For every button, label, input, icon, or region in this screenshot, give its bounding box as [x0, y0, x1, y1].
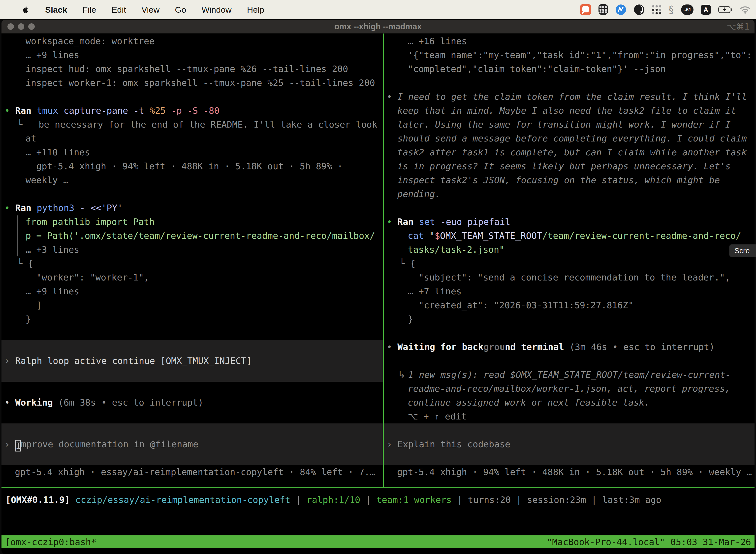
wifi-icon[interactable]	[740, 6, 751, 14]
terminal-line: }	[384, 312, 755, 326]
prompt-input[interactable]: › Explain this codebase	[384, 437, 755, 451]
input-source-icon[interactable]: A	[701, 5, 711, 15]
indent-guide	[17, 215, 18, 257]
menu-bar: SlackFileEditViewGoWindowHelp § ..61 A	[0, 0, 756, 19]
status-line: gpt-5.4 xhigh · 94% left · 488K in · 5.1…	[384, 465, 755, 479]
tmux-status-bar[interactable]: [omx-cczip0:bash* "MacBook-Pro-44.local"…	[1, 535, 755, 548]
terminal-line: pending.	[384, 187, 755, 201]
terminal-line: task2 after task1 is complete, but can I…	[384, 146, 755, 159]
menu-status-icons: § ..61 A	[580, 4, 756, 15]
tmux-session-label: [omx-cczip0:bash*	[5, 537, 96, 547]
terminal-line: from pathlib import Path	[1, 215, 383, 229]
terminal-line	[1, 382, 383, 396]
window-shortcut-badge: ⌥⌘1	[727, 20, 750, 33]
terminal-line: "created_at": "2026-03-31T11:59:27.816Z"	[384, 298, 755, 312]
blue-app-icon[interactable]	[615, 4, 626, 15]
terminal-line	[1, 409, 383, 424]
terminal-line: └ {	[384, 257, 755, 271]
terminal-line: … +16 lines	[384, 34, 755, 48]
waiting-status: • Waiting for background terminal (3m 46…	[384, 340, 755, 354]
terminal-line: should send a message before completing …	[384, 131, 755, 146]
keyboard-grid-icon[interactable]	[598, 4, 608, 15]
moon-circle-icon[interactable]	[634, 4, 645, 15]
tmux-panes: workspace_mode: worktree… +9 linesinspec…	[1, 34, 755, 487]
pane-left[interactable]: workspace_mode: worktree… +9 linesinspec…	[1, 34, 383, 487]
battery-icon[interactable]	[718, 6, 732, 13]
terminal-line: p = Path('.omx/state/team/review-current…	[1, 229, 383, 243]
terminal-line: keep that in mind. Maybe I also need the…	[384, 104, 755, 118]
terminal-line	[1, 368, 383, 382]
terminal-line: inspect_worker-1: omx sparkshell --tmux-…	[1, 76, 383, 90]
terminal-line	[384, 424, 755, 437]
terminal-line: … +3 lines	[1, 243, 383, 257]
menu-items: SlackFileEditViewGoWindowHelp	[22, 5, 264, 15]
tmux-host-clock: "MacBook-Pro-44.local" 05:03 31-Mar-26	[547, 537, 751, 547]
omx-hud-pane: [OMX#0.11.9] cczip/essay/ai-reimplementa…	[1, 488, 755, 535]
menu-item-edit[interactable]: Edit	[112, 5, 126, 15]
terminal-line	[384, 451, 755, 465]
dots-grid-icon[interactable]	[652, 5, 661, 14]
screen-record-icon[interactable]	[580, 4, 591, 15]
terminal-line: ⌥ + ↑ edit	[384, 409, 755, 424]
terminal-line	[384, 201, 755, 215]
terminal-window: omx --xhigh --madmax ⌥⌘1 workspace_mode:…	[1, 20, 755, 554]
terminal-line	[1, 340, 383, 354]
menu-item-window[interactable]: Window	[202, 5, 232, 15]
terminal-line	[384, 76, 755, 90]
terminal-line: … +7 lines	[384, 284, 755, 298]
terminal-line: '{"team_name":"my-team","task_id":"1","f…	[384, 48, 755, 62]
terminal-line: └ {	[1, 257, 383, 271]
terminal-line: gpt-5.4 xhigh · 94% left · 488K in · 5.1…	[1, 159, 383, 173]
screen-tooltip: Scre	[729, 244, 756, 257]
terminal-line	[1, 451, 383, 465]
terminal-line: • Ran tmux capture-pane -t %25 -p -S -80	[1, 104, 383, 118]
terminal-line: inspect task2's JSON, focusing on the st…	[384, 173, 755, 187]
terminal-line: … +9 lines	[1, 48, 383, 62]
badge-61-icon[interactable]: ..61	[681, 4, 693, 15]
terminal-line	[384, 354, 755, 368]
terminal-line: • Ran python3 - <<'PY'	[1, 201, 383, 215]
terminal-line: tasks/task-2.json"	[384, 243, 755, 257]
menu-item-file[interactable]: File	[82, 5, 96, 15]
terminal-line	[1, 90, 383, 104]
working-status: • Working (6m 38s • esc to interrupt)	[1, 396, 383, 409]
apple-menu-icon[interactable]	[22, 5, 30, 14]
terminal-line: … +110 lines	[1, 146, 383, 159]
omx-status-line: [OMX#0.11.9] cczip/essay/ai-reimplementa…	[1, 493, 755, 507]
terminal-line: • I need to get the claim token from the…	[384, 90, 755, 104]
terminal-line: is in progress? It seems likely but perh…	[384, 159, 755, 173]
terminal-line: "completed","claim_token":"claim-token"}…	[384, 62, 755, 76]
terminal-line: at	[1, 131, 383, 146]
menu-item-help[interactable]: Help	[247, 5, 264, 15]
screen-tooltip-label: Scre	[735, 246, 750, 255]
terminal-line: }	[1, 312, 383, 326]
terminal-line	[1, 424, 383, 437]
terminal-line: "worker": "worker-1",	[1, 271, 383, 284]
terminal-line: continue assigned work or next feasible …	[384, 396, 755, 409]
squiggle-icon[interactable]: §	[669, 4, 674, 15]
terminal-line: … +9 lines	[1, 284, 383, 298]
menu-item-slack[interactable]: Slack	[45, 5, 67, 15]
terminal-line	[1, 326, 383, 340]
notice-bar: › Ralph loop active continue [OMX_TMUX_I…	[1, 354, 383, 368]
terminal-line: "subject": "send a concise recommendatio…	[384, 271, 755, 284]
menu-item-view[interactable]: View	[141, 5, 160, 15]
terminal-line: ]	[1, 298, 383, 312]
window-title: omx --xhigh --madmax	[1, 20, 755, 33]
status-line: gpt-5.4 xhigh · essay/ai-reimplementatio…	[1, 465, 383, 479]
terminal-line: workspace_mode: worktree	[1, 34, 383, 48]
terminal-line: └ be necessary for the end of the README…	[1, 118, 383, 131]
terminal-line: later. Using the same for transition mig…	[384, 118, 755, 131]
prompt-input[interactable]: › Improve documentation in @filename	[1, 437, 383, 451]
terminal-line	[384, 326, 755, 340]
pane-right[interactable]: … +16 lines'{"team_name":"my-team","task…	[384, 34, 755, 487]
terminal-line: inspect_hud: omx sparkshell --tmux-pane …	[1, 62, 383, 76]
terminal-line: readme-and-reco/mailbox/worker-1.json, a…	[384, 382, 755, 396]
menu-item-go[interactable]: Go	[175, 5, 186, 15]
terminal-line: weekly …	[1, 173, 383, 187]
terminal-line: ↳ 1 new msg(s): read $OMX_TEAM_STATE_ROO…	[384, 368, 755, 382]
terminal-line: • Ran set -euo pipefail	[384, 215, 755, 229]
window-titlebar[interactable]: omx --xhigh --madmax ⌥⌘1	[1, 20, 755, 34]
terminal-line: cat "$OMX_TEAM_STATE_ROOT/team/review-cu…	[384, 229, 755, 243]
terminal-line	[1, 187, 383, 201]
